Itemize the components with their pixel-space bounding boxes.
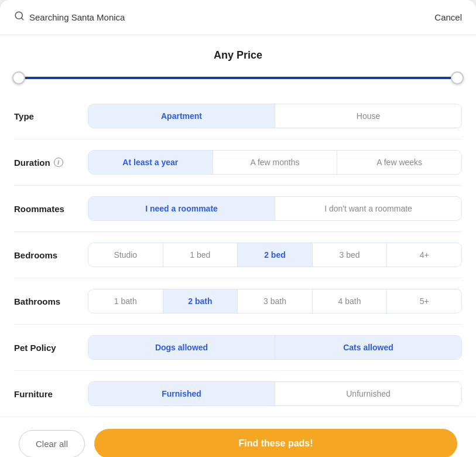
filter-row-bathrooms: Bathrooms 1 bath 2 bath 3 bath 4 bath 5+ [14, 278, 462, 325]
duration-option-months[interactable]: A few months [213, 151, 338, 174]
filter-row-pet-policy: Pet Policy Dogs allowed Cats allowed [14, 325, 462, 371]
pet-policy-options: Dogs allowed Cats allowed [88, 335, 462, 360]
bedrooms-option-studio[interactable]: Studio [88, 243, 163, 267]
furniture-option-furnished[interactable]: Furnished [88, 382, 275, 405]
furniture-label: Furniture [14, 389, 78, 399]
roommates-option-need[interactable]: I need a roommate [88, 197, 275, 220]
bedrooms-option-3[interactable]: 3 bed [313, 243, 388, 267]
slider-thumb-right[interactable] [451, 71, 464, 84]
bathrooms-label: Bathrooms [14, 296, 78, 306]
bathrooms-options: 1 bath 2 bath 3 bath 4 bath 5+ [88, 289, 462, 313]
find-button[interactable]: Find these pads! [94, 429, 457, 457]
filter-row-bedrooms: Bedrooms Studio 1 bed 2 bed 3 bed 4+ [14, 232, 462, 278]
price-section: Any Price [0, 35, 476, 93]
filters-container: Type Apartment House Duration i At least… [0, 93, 476, 417]
type-options: Apartment House [88, 104, 462, 128]
furniture-option-unfurnished[interactable]: Unfurnished [275, 382, 461, 405]
bathrooms-option-2[interactable]: 2 bath [163, 289, 238, 313]
pet-policy-label: Pet Policy [14, 343, 78, 353]
svg-line-1 [21, 18, 23, 19]
bathrooms-option-3[interactable]: 3 bath [238, 289, 313, 313]
footer: Clear all Find these pads! [0, 417, 476, 457]
slider-track [19, 77, 457, 79]
bedrooms-label: Bedrooms [14, 250, 78, 260]
filter-row-type: Type Apartment House [14, 93, 462, 139]
duration-info-icon: i [54, 158, 63, 167]
bathrooms-option-5plus[interactable]: 5+ [387, 289, 461, 313]
cancel-button[interactable]: Cancel [434, 12, 462, 22]
pet-policy-option-dogs[interactable]: Dogs allowed [88, 336, 275, 359]
search-icon [14, 11, 25, 24]
bedrooms-options: Studio 1 bed 2 bed 3 bed 4+ [88, 243, 462, 267]
roommates-label: Roommates [14, 204, 78, 214]
pet-policy-option-cats[interactable]: Cats allowed [275, 336, 461, 359]
type-option-house[interactable]: House [275, 104, 461, 128]
duration-option-year[interactable]: At least a year [88, 151, 213, 174]
duration-option-weeks[interactable]: A few weeks [337, 151, 461, 174]
bedrooms-option-4plus[interactable]: 4+ [387, 243, 461, 267]
search-area: Searching Santa Monica [14, 11, 125, 24]
bedrooms-option-2[interactable]: 2 bed [238, 243, 313, 267]
duration-label: Duration i [14, 158, 78, 168]
search-text: Searching Santa Monica [29, 12, 125, 22]
filter-row-roommates: Roommates I need a roommate I don't want… [14, 186, 462, 232]
clear-all-button[interactable]: Clear all [19, 430, 85, 458]
bedrooms-option-1[interactable]: 1 bed [163, 243, 238, 267]
duration-options: At least a year A few months A few weeks [88, 150, 462, 175]
type-option-apartment[interactable]: Apartment [88, 104, 275, 128]
price-slider[interactable] [19, 72, 457, 84]
roommates-options: I need a roommate I don't want a roommat… [88, 196, 462, 221]
type-label: Type [14, 111, 78, 121]
price-title: Any Price [19, 49, 457, 62]
bathrooms-option-4[interactable]: 4 bath [313, 289, 388, 313]
roommates-option-no[interactable]: I don't want a roommate [275, 197, 461, 220]
filter-row-furniture: Furniture Furnished Unfurnished [14, 371, 462, 417]
filter-modal: Searching Santa Monica Cancel Any Price … [0, 0, 476, 457]
bathrooms-option-1[interactable]: 1 bath [88, 289, 163, 313]
filter-row-duration: Duration i At least a year A few months … [14, 139, 462, 186]
furniture-options: Furnished Unfurnished [88, 381, 462, 406]
header: Searching Santa Monica Cancel [0, 0, 476, 35]
slider-thumb-left[interactable] [12, 71, 25, 84]
